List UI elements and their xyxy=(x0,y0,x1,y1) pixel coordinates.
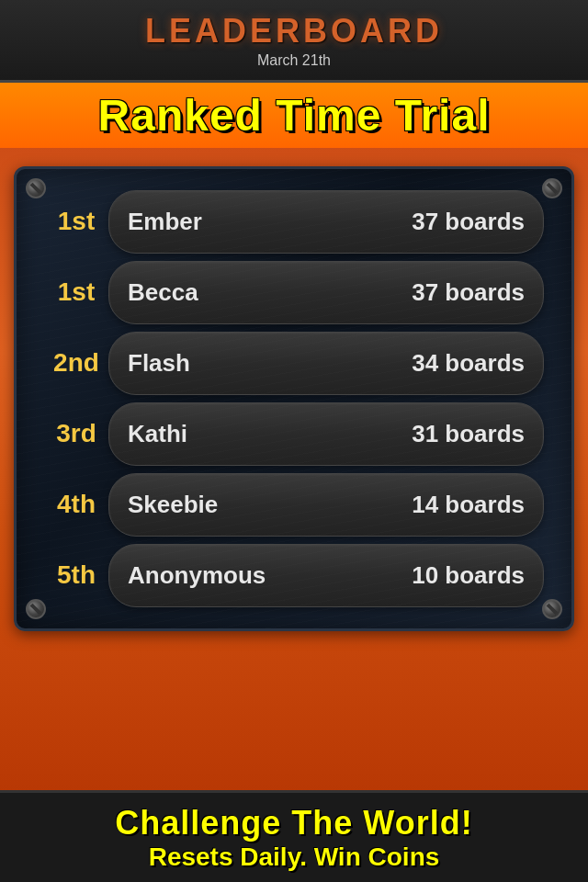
boards-count: 34 boards xyxy=(412,349,525,378)
rank-label: 5th xyxy=(44,560,108,590)
table-row: 2nd Flash 34 boards xyxy=(35,332,553,395)
leaderboard-date: March 21th xyxy=(257,52,331,69)
leaderboard-board: 1st Ember 37 boards 1st Becca 37 boards … xyxy=(14,166,574,631)
mode-banner: Ranked Time Trial xyxy=(0,83,588,148)
table-row: 1st Ember 37 boards xyxy=(35,190,553,254)
boards-count: 37 boards xyxy=(412,208,525,236)
leaderboard-title: LEADERBOARD xyxy=(145,12,443,51)
rank-label: 4th xyxy=(44,490,108,519)
boards-count: 31 boards xyxy=(412,420,525,448)
player-name: Skeebie xyxy=(128,491,218,519)
entry-pill: Becca 37 boards xyxy=(108,261,544,324)
rank-label: 3rd xyxy=(44,419,108,448)
rank-label: 1st xyxy=(44,277,108,307)
entry-pill: Anonymous 10 boards xyxy=(108,544,544,607)
player-name: Flash xyxy=(128,349,190,378)
entry-pill: Ember 37 boards xyxy=(108,190,544,254)
player-name: Anonymous xyxy=(128,561,266,590)
table-row: 4th Skeebie 14 boards xyxy=(35,473,553,537)
table-row: 5th Anonymous 10 boards xyxy=(35,544,553,607)
screw-top-left xyxy=(26,178,46,198)
rank-label: 1st xyxy=(44,207,108,236)
rank-label: 2nd xyxy=(44,348,108,378)
boards-count: 14 boards xyxy=(412,491,525,519)
table-row: 3rd Kathi 31 boards xyxy=(35,402,553,466)
footer-line2: Resets Daily. Win Coins xyxy=(149,842,440,872)
entry-pill: Flash 34 boards xyxy=(108,332,544,395)
boards-count: 10 boards xyxy=(412,561,525,590)
screw-top-right xyxy=(542,178,562,198)
entry-pill: Kathi 31 boards xyxy=(108,402,544,466)
footer-line1: Challenge The World! xyxy=(115,804,472,842)
leaderboard-rows: 1st Ember 37 boards 1st Becca 37 boards … xyxy=(35,190,553,607)
footer: Challenge The World! Resets Daily. Win C… xyxy=(0,790,588,882)
entry-pill: Skeebie 14 boards xyxy=(108,473,544,537)
player-name: Kathi xyxy=(128,420,187,448)
mode-title: Ranked Time Trial xyxy=(14,92,574,141)
boards-count: 37 boards xyxy=(412,278,525,307)
header: LEADERBOARD March 21th xyxy=(0,0,588,83)
screw-bottom-right xyxy=(542,599,562,619)
table-row: 1st Becca 37 boards xyxy=(35,261,553,324)
player-name: Becca xyxy=(128,278,198,307)
player-name: Ember xyxy=(128,208,202,236)
screw-bottom-left xyxy=(26,599,46,619)
